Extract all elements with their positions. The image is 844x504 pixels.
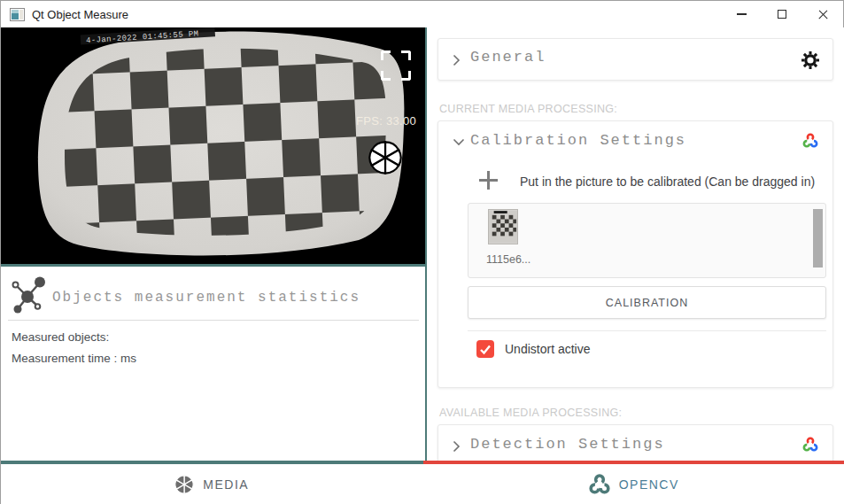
calibration-thumbnail — [488, 209, 518, 244]
tab-opencv-label: OPENCV — [619, 477, 679, 492]
gear-icon[interactable] — [801, 50, 820, 70]
maximize-icon — [778, 10, 786, 19]
calibration-section: Calibration Settings Put in the picture … — [437, 120, 833, 388]
fullscreen-icon[interactable] — [381, 50, 411, 81]
calibration-section-header[interactable]: Calibration Settings — [438, 121, 832, 160]
undistort-checkbox[interactable] — [476, 340, 494, 358]
list-item[interactable]: 1115e6... — [486, 209, 592, 273]
add-image-dropzone[interactable]: Put in the picture to be calibrated (Can… — [438, 164, 832, 199]
general-section-header[interactable]: General — [437, 38, 833, 81]
calibration-label: Calibration Settings — [470, 132, 686, 149]
thumbnail-name: 1115e6... — [486, 253, 530, 266]
plus-icon — [479, 171, 498, 190]
stats-title: Objects measurement statistics — [52, 290, 360, 306]
maximize-button[interactable] — [762, 1, 802, 27]
list-scrollbar[interactable] — [813, 209, 823, 268]
fps-label: FPS: 33.00 — [356, 114, 416, 128]
tab-media-label: MEDIA — [203, 477, 249, 492]
main-area: 4-Jan-2022 01:45:55 PM FPS: 33.00 — [1, 27, 844, 461]
molecule-icon — [10, 275, 49, 316]
calibration-divider — [468, 330, 826, 331]
calibration-image-list[interactable]: 1115e6... — [468, 203, 826, 278]
opencv-logo — [589, 474, 610, 495]
measurement-stats-panel: Objects measurement statistics Measured … — [1, 267, 425, 461]
check-icon — [479, 344, 492, 355]
app-icon — [10, 8, 25, 21]
stats-divider — [8, 320, 419, 321]
current-media-label: CURRENT MEDIA PROCESSING: — [439, 103, 617, 115]
drop-hint-label: Put in the picture to be calibrated (Can… — [520, 174, 815, 189]
undistort-label: Undistort active — [505, 342, 590, 356]
camera-frame: 4-Jan-2022 01:45:55 PM — [1, 27, 425, 264]
calibration-button[interactable]: CALIBRATION — [468, 286, 826, 319]
close-button[interactable] — [802, 1, 843, 27]
close-icon — [817, 9, 829, 20]
minimize-button[interactable] — [721, 1, 762, 27]
general-label: General — [470, 49, 546, 66]
detection-label: Detection Settings — [470, 436, 665, 453]
chevron-right-icon — [453, 440, 461, 453]
tab-media[interactable]: MEDIA — [1, 461, 423, 504]
camera-view[interactable]: 4-Jan-2022 01:45:55 PM FPS: 33.00 — [1, 27, 425, 264]
window-controls — [721, 1, 843, 27]
opencv-logo — [802, 133, 818, 149]
detection-section-header[interactable]: Detection Settings — [437, 424, 833, 461]
chevron-right-icon — [453, 54, 461, 66]
undistort-row: Undistort active — [476, 340, 590, 358]
minimize-icon — [737, 13, 747, 14]
app-window: Qt Object Measure — [0, 0, 844, 504]
window-title: Qt Object Measure — [32, 8, 128, 21]
measurement-time-label: Measurement time : ms — [12, 352, 136, 365]
bottom-tab-bar: MEDIA OPENCV — [1, 461, 844, 504]
title-bar: Qt Object Measure — [1, 1, 843, 27]
left-pane: 4-Jan-2022 01:45:55 PM FPS: 33.00 — [1, 27, 425, 461]
shutter-icon[interactable] — [368, 141, 402, 174]
measured-objects-label: Measured objects: — [12, 330, 109, 344]
opencv-logo — [802, 437, 818, 453]
available-media-label: AVAILABLE MEDIA PROCESSING: — [439, 407, 622, 419]
tab-opencv[interactable]: OPENCV — [423, 461, 844, 504]
shutter-icon — [174, 475, 194, 494]
chevron-down-icon — [453, 138, 465, 146]
settings-pane: General CURRENT MEDIA PROCESSIN — [427, 27, 844, 461]
